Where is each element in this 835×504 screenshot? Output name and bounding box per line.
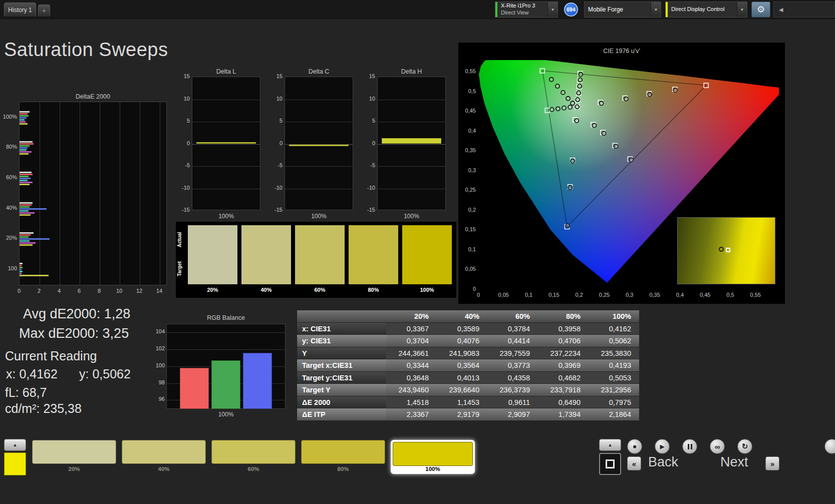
x-tick-label: 0 [14,288,24,294]
topbar: History 1 + X-Rite i1Pro 3 Direct View ▼… [0,0,835,19]
table-cell: 2,1864 [589,408,639,421]
max-de2000: Max dE2000: 3,25 [19,326,129,341]
source-dropdown[interactable]: Mobile Forge ▼ [584,2,661,18]
chevron-down-icon[interactable]: ▼ [651,2,661,17]
back-button[interactable]: Back [648,454,678,470]
cie-measured-marker [576,98,580,102]
delta-h-chart: Delta H 151050-5-10-15100% [361,69,448,224]
tab-history[interactable]: History 1 [4,3,36,17]
scroll-up-left-button[interactable]: ▲ [4,439,26,451]
bar [20,119,25,121]
y-tick-label: 98 [151,379,165,385]
bar [20,236,29,238]
y-tick-label: 0,45 [459,108,476,114]
stop-button[interactable]: ■ [627,439,642,454]
bar [20,149,27,151]
chevron-down-icon[interactable]: ▼ [547,2,558,17]
reading-fl: fL: 68,7 [5,385,47,400]
cie-measured-marker [575,105,579,109]
y-tick-label: 15 [175,73,190,79]
bar [20,275,49,276]
chevron-glyph: ▼ [654,8,658,12]
y-tick-label: 0 [459,286,476,292]
play-button[interactable]: ▶ [655,439,670,454]
chart-title: Delta C [285,68,353,75]
table-row-label: Target x:CIE31 [297,359,386,372]
bar [20,234,31,236]
delta-c-plot [285,77,353,210]
gridline [192,122,260,122]
chevron-down-icon[interactable]: ▼ [737,2,747,17]
table-row-label: Target Y [297,384,386,396]
cie-measured-marker [578,78,582,82]
current-reading-label: Current Reading [5,349,97,363]
y-tick-label: -15 [361,207,375,213]
bar [20,184,30,185]
table-row-label: Y [297,347,386,360]
x-tick-label: 8 [94,288,104,294]
back-jump-button[interactable]: « [627,456,641,470]
inset-measured-marker [719,247,724,252]
x-tick-label: 0,2 [571,292,587,298]
y-tick-label: -5 [361,162,375,168]
source-label: Mobile Forge [588,6,647,14]
settings-button[interactable]: ⚙ [751,2,770,18]
x-tick-label: 0 [470,292,486,298]
y-tick-label: 0,25 [459,187,476,193]
table-cell: 0,3648 [386,372,437,384]
loop-button[interactable]: ∞ [710,439,725,454]
reading-count-badge: 694 [564,3,578,17]
collapse-panel-button[interactable]: ◀ [773,2,835,18]
y-tick-label: -5 [175,162,190,168]
chevron-glyph: ▼ [740,8,744,12]
page-title: Saturation Sweeps [4,39,168,61]
table-cell: 1,1453 [437,396,487,409]
x-tick-label: 0,05 [495,292,511,298]
pause-button[interactable] [682,439,697,454]
bar [20,273,22,274]
x-tick-label: 4 [54,288,64,294]
delta-h-plot [377,77,446,210]
add-tab-button[interactable]: + [38,5,50,17]
table-header-cell: 80% [538,310,589,323]
y-tick-label: 5 [175,118,190,124]
cie-measured-marker [614,144,618,148]
bar [20,172,32,173]
chart-title: RGB Balance [166,314,286,321]
saturation-level-button[interactable]: 100% [391,440,475,474]
patch-swatch [349,225,398,284]
cie-measured-marker [566,224,570,228]
control-label: Direct Display Control [671,6,733,13]
table-cell: 1,7394 [538,408,589,421]
refresh-button[interactable]: ↻ [737,439,752,454]
saturation-level-button[interactable]: 60% [211,440,296,474]
patch-level-label: 100% [402,287,452,293]
bar [20,208,47,210]
meter-line2: Direct View [501,10,544,17]
cie-measured-marker [556,107,560,111]
next-button[interactable]: Next [720,454,748,470]
display-control-dropdown[interactable]: Direct Display Control ▼ [665,2,747,18]
table-cell: 2,9179 [437,408,487,421]
gridline [285,166,353,167]
meter-dropdown[interactable]: X-Rite i1Pro 3 Direct View ▼ [495,2,558,18]
delta-c-chart: Delta C 151050-5-10-15100% [268,69,356,224]
table-cell: 0,4682 [538,372,589,384]
table-cell: 0,3704 [386,335,437,347]
scroll-up-right-button[interactable]: ▲ [599,439,621,451]
next-jump-button[interactable]: » [765,456,779,470]
table-row-label: x: CIE31 [297,323,386,335]
y-tick-label: -5 [268,162,283,168]
saturation-level-button[interactable]: 80% [301,440,385,474]
deltae-plot [19,102,167,285]
edge-button[interactable] [824,439,835,454]
x-tick-label: 100% [192,213,260,220]
badge-value: 694 [567,7,576,13]
gridline [378,166,445,167]
pattern-window-button[interactable] [599,453,621,475]
y-tick-label: 60% [0,174,17,180]
saturation-level-button[interactable]: 20% [32,440,116,474]
x-tick-label: 12 [134,288,144,294]
saturation-level-button[interactable]: 40% [122,440,206,474]
y-tick-label: 0,15 [459,226,476,232]
